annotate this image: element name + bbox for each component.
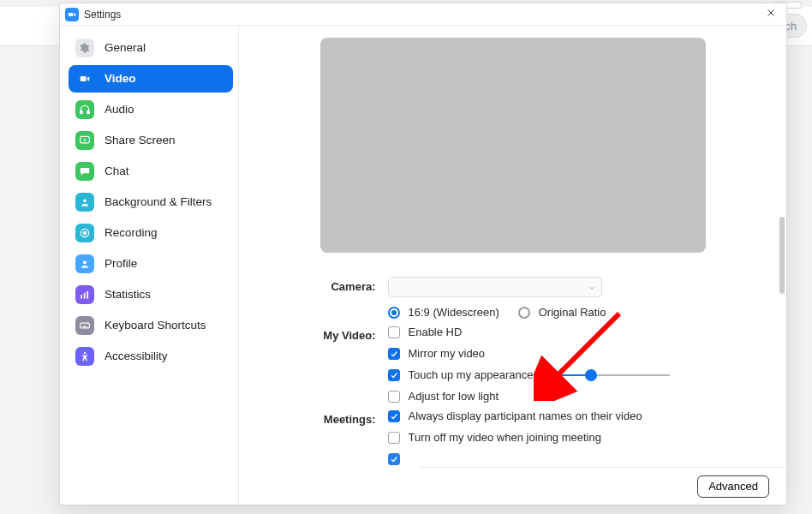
accessibility-icon [75,347,94,366]
sidebar-item-label: Video [104,73,136,85]
sidebar-item-share-screen[interactable]: Share Screen [69,127,233,154]
profile-icon [75,254,94,273]
turn-off-video-joining-checkbox[interactable]: Turn off my video when joining meeting [388,431,727,444]
share-screen-icon [75,131,94,150]
svg-rect-2 [69,12,73,15]
checkbox-label: Always display participant names on thei… [409,409,642,422]
sidebar-item-statistics[interactable]: Statistics [69,281,233,308]
svg-rect-15 [84,293,86,299]
my-video-label: My Video: [299,326,376,342]
sidebar-item-profile[interactable]: Profile [69,250,233,278]
svg-rect-16 [87,291,88,299]
sidebar-item-recording[interactable]: Recording [69,219,233,247]
mirror-video-checkbox[interactable]: Mirror my video [388,347,727,360]
aspect-ratio-wide-radio[interactable]: 16:9 (Widescreen) [388,306,499,319]
sidebar-item-label: Chat [104,165,129,177]
camera-label: Camera: [299,277,376,293]
svg-rect-17 [81,323,90,328]
checkbox-label: Adjust for low light [409,390,499,403]
sidebar-item-chat[interactable]: Chat [69,158,233,185]
window-title: Settings [84,9,121,21]
camera-select[interactable] [388,277,602,297]
sidebar-item-accessibility[interactable]: Accessibility [69,343,233,370]
sidebar-item-background-filters[interactable]: Background & Filters [69,188,233,216]
touch-up-slider[interactable] [550,369,670,381]
cutoff-checkbox[interactable]: . [388,452,727,465]
scrollbar[interactable] [778,45,785,455]
svg-rect-14 [81,295,82,299]
sidebar-item-label: Statistics [104,289,151,301]
checkbox-label: Touch up my appearance [409,368,534,381]
settings-content: Camera: 16:9 (W [239,26,786,505]
svg-rect-8 [87,111,89,114]
svg-point-13 [83,260,87,264]
svg-rect-6 [81,76,87,81]
checkbox-label: Turn off my video when joining meeting [409,431,601,444]
svg-point-12 [83,231,87,235]
sidebar-item-label: Recording [104,227,158,239]
content-footer: Advanced [419,467,786,505]
sidebar-item-label: General [104,42,146,54]
sidebar-item-audio[interactable]: Audio [69,96,233,123]
checkbox-label: Enable HD [409,326,463,338]
always-display-names-checkbox[interactable]: Always display participant names on thei… [388,409,727,422]
recording-icon [75,224,94,242]
radio-label: 16:9 (Widescreen) [409,306,499,319]
advanced-button[interactable]: Advanced [697,475,769,498]
headphones-icon [75,100,94,119]
sidebar-item-general[interactable]: General [69,34,233,62]
sidebar-item-keyboard-shortcuts[interactable]: Keyboard Shortcuts [69,312,233,339]
aspect-ratio-original-radio[interactable]: Original Ratio [518,306,606,319]
svg-point-22 [84,352,86,354]
background-filters-icon [75,193,94,212]
touch-up-appearance-checkbox[interactable]: Touch up my appearance [388,368,727,381]
sidebar-item-label: Keyboard Shortcuts [104,320,206,332]
close-button[interactable] [762,6,779,23]
video-camera-icon [75,69,94,88]
sidebar-item-video[interactable]: Video [69,65,233,93]
gear-icon [75,39,94,57]
close-icon [766,8,776,21]
sidebar-item-label: Audio [104,104,134,116]
enable-hd-checkbox[interactable]: Enable HD [388,326,727,338]
adjust-low-light-checkbox[interactable]: Adjust for low light [388,390,727,403]
sidebar-item-label: Background & Filters [104,196,212,208]
window-titlebar: Settings [60,3,786,26]
radio-label: Original Ratio [539,306,606,319]
sidebar-item-label: Accessibility [104,350,168,362]
chevron-down-icon [588,282,596,295]
zoom-app-icon [65,8,79,21]
video-preview [320,38,706,253]
sidebar-item-label: Profile [104,258,137,270]
meetings-label: Meetings: [299,409,376,426]
statistics-icon [75,285,94,304]
sidebar-item-label: Share Screen [104,134,176,146]
chat-bubble-icon [75,162,94,181]
checkbox-label: Mirror my video [409,347,486,360]
scrollbar-thumb[interactable] [779,217,785,294]
settings-sidebar: General Video Audio [60,26,239,505]
settings-window: Settings General [59,3,787,505]
keyboard-icon [75,316,94,335]
svg-rect-7 [81,111,82,114]
svg-point-10 [83,200,87,203]
